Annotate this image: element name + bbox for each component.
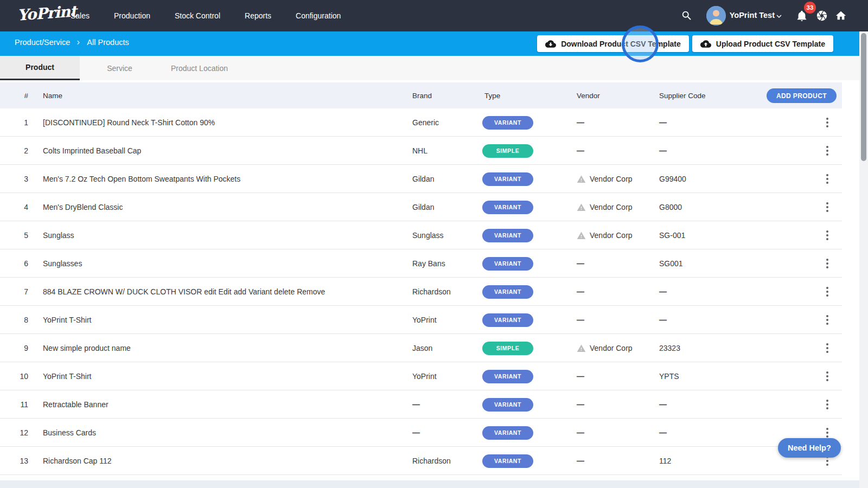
product-type-cell: VARIANT [482,165,533,193]
tab-product-location[interactable]: Product Location [159,56,239,80]
row-number: 11 [11,390,28,419]
product-vendor: — [577,108,584,137]
supplier-code: — [659,108,667,137]
kebab-icon [826,118,828,127]
column-header-num: # [11,82,28,108]
supplier-code: — [659,137,667,165]
scrollbar-thumb[interactable] [861,33,866,161]
row-actions-menu[interactable] [819,108,835,137]
search-icon[interactable] [680,9,693,22]
tab-product[interactable]: Product [0,56,80,80]
row-actions-menu[interactable] [819,306,835,334]
supplier-code: YPTS [659,362,679,390]
top-navbar: YoPrint SalesProductionStock ControlRepo… [0,0,868,31]
user-name[interactable]: YoPrint Test [730,11,775,20]
type-badge: VARIANT [482,257,533,271]
need-help-button[interactable]: Need Help? [778,438,841,458]
product-type-cell: VARIANT [482,193,533,221]
vendor-warning-icon [577,175,586,184]
product-brand: Ray Bans [412,249,445,278]
product-type-cell: VARIANT [482,249,533,278]
yoprint-logo[interactable]: YoPrint [17,2,77,24]
type-badge: VARIANT [482,398,533,412]
supplier-code: — [659,390,667,419]
product-brand: YoPrint [412,306,437,334]
shutter-icon[interactable] [815,9,828,22]
home-icon[interactable] [834,9,847,22]
row-actions-menu[interactable] [819,390,835,419]
nav-item-production[interactable]: Production [114,11,150,20]
product-vendor: — [577,362,584,390]
vertical-scrollbar[interactable] [859,31,868,488]
breadcrumb: Product/Service All Products [15,38,129,47]
upload-csv-template-button[interactable]: Upload Product CSV Template [692,35,833,52]
table-row: 5SunglassSunglassVARIANTVendor CorpSG-00… [0,221,842,249]
product-name: Retractable Banner [43,390,108,419]
nav-item-sales[interactable]: Sales [71,11,90,20]
tab-service[interactable]: Service [80,56,159,80]
row-number: 4 [11,193,28,221]
nav-item-configuration[interactable]: Configuration [296,11,341,20]
product-name: YoPrint T-Shirt [43,306,92,334]
product-brand: Gildan [412,193,434,221]
product-name: Men's 7.2 Oz Tech Open Bottom Sweatpants… [43,165,240,193]
kebab-icon [826,428,828,438]
row-actions-menu[interactable] [819,249,835,278]
product-name: 884 BLAZE CROWN W/ DUCK CLOTH VISOR edit… [43,278,325,306]
product-name: [DISCONTINUED] Round Neck T-Shirt Cotton… [43,108,215,137]
vendor-name: — [577,287,584,296]
tab-bar: ProductServiceProduct Location [0,56,868,80]
product-vendor: — [577,447,584,475]
product-vendor: — [577,419,584,447]
download-csv-template-button[interactable]: Download Product CSV Template [537,35,689,52]
table-row: 11Retractable Banner—VARIANT—— [0,390,842,419]
product-vendor: — [577,278,584,306]
type-badge: VARIANT [482,426,533,440]
type-badge: VARIANT [482,370,533,383]
breadcrumb-parent[interactable]: Product/Service [15,38,70,47]
product-name: Business Cards [43,419,96,447]
row-actions-menu[interactable] [819,362,835,390]
product-vendor: Vendor Corp [577,334,633,362]
product-name: Sunglass [43,221,74,249]
product-vendor: Vendor Corp [577,193,633,221]
product-name: New simple product name [43,334,131,362]
supplier-code: G8000 [659,193,682,221]
row-actions-menu[interactable] [819,221,835,249]
user-avatar[interactable] [706,6,726,25]
product-name: YoPrint T-Shirt [43,362,92,390]
row-actions-menu[interactable] [819,334,835,362]
nav-item-reports[interactable]: Reports [245,11,271,20]
row-number: 7 [11,278,28,306]
vendor-name: — [577,259,584,268]
vendor-name: — [577,146,584,155]
product-brand: Generic [412,108,439,137]
row-actions-menu[interactable] [819,137,835,165]
product-table-body: 1[DISCONTINUED] Round Neck T-Shirt Cotto… [0,108,842,475]
supplier-code: 112 [659,447,671,475]
cloud-download-icon [545,38,556,49]
vendor-warning-icon [577,231,586,240]
table-header-row: # Name Brand Type Vendor Supplier Code A… [0,82,842,108]
row-actions-menu[interactable] [819,278,835,306]
kebab-icon [826,230,828,240]
chevron-down-icon[interactable] [773,10,786,23]
row-actions-menu[interactable] [819,165,835,193]
product-vendor: — [577,249,584,278]
table-row: 2Colts Imprinted Baseball CapNHLSIMPLE—— [0,137,842,165]
product-brand: Jason [412,334,432,362]
product-brand: — [412,419,420,447]
vendor-warning-icon [577,344,586,353]
vendor-name: — [577,457,584,465]
supplier-code: SG-001 [659,221,685,249]
table-row: 4Men's DryBlend ClassicGildanVARIANTVend… [0,193,842,221]
kebab-icon [826,400,828,409]
table-row: 8YoPrint T-ShirtYoPrintVARIANT—— [0,306,842,334]
row-actions-menu[interactable] [819,193,835,221]
nav-item-stock-control[interactable]: Stock Control [175,11,220,20]
notification-badge[interactable]: 33 [804,2,816,14]
add-product-button[interactable]: ADD PRODUCT [767,88,837,103]
supplier-code: G99400 [659,165,686,193]
product-name: Sunglasses [43,249,82,278]
column-header-type: Type [484,82,500,108]
